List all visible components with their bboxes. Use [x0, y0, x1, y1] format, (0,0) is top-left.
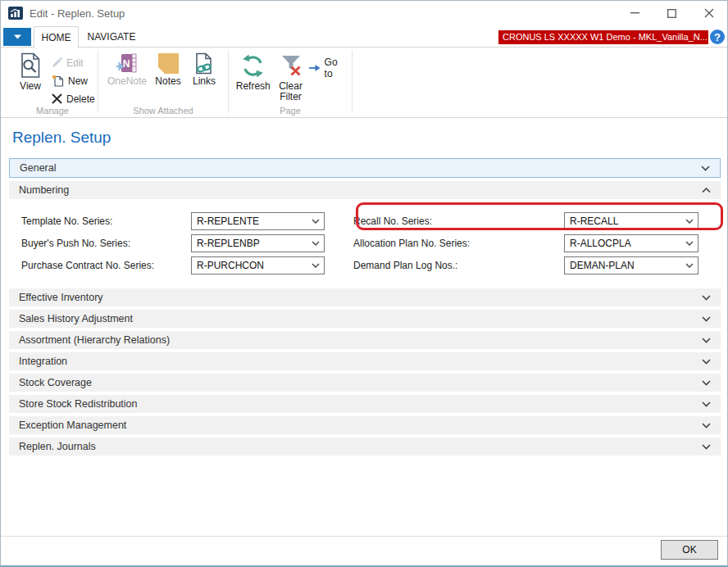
links-button-label: Links — [193, 76, 216, 87]
chevron-down-icon — [701, 166, 710, 171]
onenote-button-label: OneNote — [107, 76, 147, 87]
view-icon — [17, 52, 43, 79]
recall-no-series-label: Recall No. Series: — [325, 215, 564, 227]
template-no-series-combobox[interactable]: R-REPLENTE — [191, 212, 325, 230]
section-stock-coverage[interactable]: Stock Coverage — [9, 374, 721, 392]
company-badge: CRONUS LS XXXXX W1 Demo - MKL_Vanilla_N.… — [498, 30, 708, 44]
section-sales-history-adjustment[interactable]: Sales History Adjustment — [9, 310, 721, 328]
section-label: Integration — [19, 356, 67, 367]
clear-filter-button-label: Clear Filter — [276, 81, 306, 102]
onenote-button: N OneNote — [104, 50, 150, 89]
allocation-plan-no-series-label: Allocation Plan No. Series: — [325, 238, 564, 249]
page-title: Replen. Setup — [12, 129, 111, 147]
section-general[interactable]: General — [9, 158, 721, 178]
chevron-down-icon[interactable] — [681, 235, 698, 252]
minimize-button[interactable] — [617, 1, 653, 25]
links-icon — [193, 52, 215, 74]
tab-home[interactable]: HOME — [34, 26, 79, 48]
ribbon-group-manage: View Edit New — [7, 48, 98, 117]
section-label: Exception Management — [19, 420, 126, 431]
section-assortment[interactable]: Assortment (Hierarchy Relations) — [9, 331, 721, 349]
allocation-plan-no-series-combobox[interactable]: R-ALLOCPLA — [564, 234, 698, 252]
section-numbering[interactable]: Numbering — [9, 181, 721, 199]
notes-button-label: Notes — [155, 76, 180, 87]
combobox-value: R-REPLENTE — [197, 215, 259, 227]
section-numbering-label: Numbering — [19, 184, 69, 196]
delete-button-label: Delete — [66, 93, 95, 105]
section-general-label: General — [20, 162, 56, 174]
ribbon: View Edit New — [1, 48, 727, 118]
chevron-down-icon[interactable] — [307, 257, 324, 274]
section-label: Store Stock Redistribution — [19, 398, 138, 410]
chevron-down-icon[interactable] — [681, 213, 698, 229]
edit-button: Edit — [52, 55, 95, 70]
refresh-button[interactable]: Refresh — [234, 50, 273, 94]
chevron-down-icon[interactable] — [307, 213, 324, 229]
field-row: Purchase Contract No. Series: R-PURCHCON… — [9, 256, 721, 274]
window-title: Edit - Replen. Setup — [30, 7, 125, 20]
new-icon — [52, 75, 64, 87]
notes-icon — [157, 52, 179, 74]
links-button[interactable]: Links — [186, 50, 222, 89]
group-separator — [352, 51, 353, 113]
chevron-down-icon[interactable] — [307, 235, 324, 252]
buyers-push-no-series-combobox[interactable]: R-REPLENBP — [191, 234, 325, 252]
view-button[interactable]: View — [12, 50, 48, 94]
clear-filter-button[interactable]: Clear Filter — [273, 50, 309, 105]
footer-separator — [1, 536, 727, 537]
window-controls — [617, 1, 727, 25]
delete-icon — [52, 93, 62, 104]
notes-button[interactable]: Notes — [150, 50, 186, 89]
onenote-icon: N — [116, 52, 138, 74]
delete-button[interactable]: Delete — [52, 91, 95, 107]
ok-button[interactable]: OK — [661, 540, 718, 560]
help-icon: ? — [714, 31, 721, 43]
section-label: Sales History Adjustment — [19, 313, 133, 324]
maximize-button[interactable] — [653, 1, 690, 25]
close-button[interactable] — [690, 1, 727, 25]
section-store-stock-redistribution[interactable]: Store Stock Redistribution — [9, 395, 721, 413]
new-button[interactable]: New — [52, 73, 95, 88]
chevron-down-icon — [702, 401, 711, 407]
titlebar: Edit - Replen. Setup — [1, 1, 727, 25]
go-to-button-label: Go to — [325, 57, 347, 79]
refresh-icon — [240, 52, 266, 79]
section-effective-inventory[interactable]: Effective Inventory — [9, 288, 721, 306]
demand-plan-log-nos-combobox[interactable]: DEMAN-PLAN — [564, 256, 698, 274]
close-icon — [704, 8, 714, 18]
purchase-contract-no-series-combobox[interactable]: R-PURCHCON — [191, 256, 325, 274]
ribbon-group-show-attached: N OneNote Notes — [98, 48, 228, 117]
numbering-fields-panel: Template No. Series: R-REPLENTE Recall N… — [9, 202, 721, 285]
edit-icon — [52, 57, 62, 68]
minimize-icon — [630, 12, 639, 14]
section-label: Replen. Journals — [19, 441, 96, 452]
chevron-down-icon — [702, 338, 711, 343]
combobox-value: R-ALLOCPLA — [570, 238, 631, 249]
tab-navigate[interactable]: NAVIGATE — [83, 26, 140, 48]
dropdown-icon — [14, 34, 21, 39]
recall-no-series-combobox[interactable]: R-RECALL — [564, 212, 698, 230]
view-button-label: View — [20, 81, 41, 92]
go-to-button[interactable]: Go to — [309, 57, 347, 79]
chevron-down-icon — [702, 316, 711, 322]
ribbon-tab-row: HOME NAVIGATE CRONUS LS XXXXX W1 Demo - … — [1, 25, 727, 48]
section-exception-management[interactable]: Exception Management — [9, 416, 721, 434]
chevron-down-icon — [702, 444, 711, 450]
edit-button-label: Edit — [66, 57, 84, 69]
chevron-down-icon[interactable] — [681, 257, 698, 274]
application-menu-button[interactable] — [3, 28, 31, 46]
group-label-manage: Manage — [7, 106, 98, 116]
section-label: Stock Coverage — [19, 377, 92, 388]
section-integration[interactable]: Integration — [9, 352, 721, 370]
combobox-value: R-RECALL — [570, 215, 618, 227]
section-replen-journals[interactable]: Replen. Journals — [9, 438, 721, 456]
field-row: Template No. Series: R-REPLENTE Recall N… — [9, 212, 721, 230]
maximize-icon — [667, 9, 676, 18]
refresh-button-label: Refresh — [236, 81, 271, 92]
ribbon-group-page: Refresh Clear Filter Go to Page — [229, 48, 352, 117]
section-label: Assortment (Hierarchy Relations) — [19, 334, 170, 346]
help-button[interactable]: ? — [710, 29, 725, 44]
section-label: Effective Inventory — [19, 292, 103, 303]
chevron-up-icon — [702, 188, 711, 193]
chevron-down-icon — [702, 359, 711, 365]
